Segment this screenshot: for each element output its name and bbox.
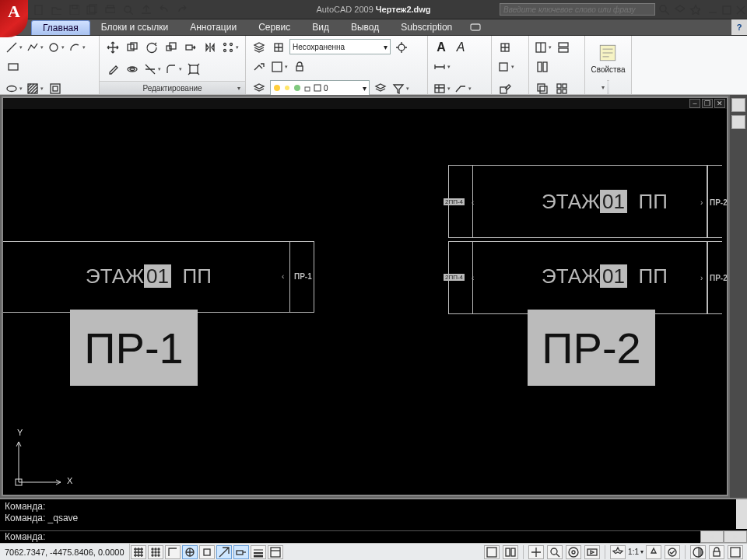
doc-close-button[interactable]: ✕ <box>714 99 725 108</box>
tab-extender-icon[interactable] <box>463 19 488 35</box>
cleanscreen-icon[interactable] <box>728 545 743 559</box>
toolbar-lock-icon[interactable] <box>709 545 724 559</box>
pan-icon[interactable] <box>528 545 544 559</box>
showmotion-icon[interactable] <box>584 545 600 559</box>
close-button[interactable] <box>733 2 747 16</box>
coordinate-readout[interactable]: 7062.7347, -4475.8406, 0.0000 <box>0 544 130 560</box>
otrack-toggle[interactable] <box>216 545 232 559</box>
svg-rect-6 <box>107 5 114 8</box>
tab-tools[interactable]: Сервис <box>247 19 301 35</box>
lwt-toggle[interactable] <box>251 545 266 559</box>
layer-freeze-icon[interactable] <box>393 39 410 56</box>
qat-new-icon[interactable] <box>31 2 45 16</box>
qat-redo-icon[interactable] <box>174 2 188 16</box>
arc-icon[interactable] <box>68 39 86 56</box>
cmd-scroll-right[interactable]: ► <box>724 530 747 543</box>
qat-saveall-icon[interactable] <box>85 2 99 16</box>
command-scrollbar[interactable] <box>736 499 747 529</box>
dyn-toggle[interactable] <box>233 545 249 559</box>
palette-tool-icon[interactable] <box>731 115 745 129</box>
layer-state-icon[interactable] <box>251 39 268 56</box>
text-icon[interactable]: A <box>452 39 469 56</box>
qat-preview-icon[interactable] <box>121 2 135 16</box>
layer-lock-icon[interactable] <box>291 58 308 75</box>
tab-output[interactable]: Вывод <box>340 19 390 35</box>
annoscale-icon[interactable] <box>610 545 626 559</box>
explode-icon[interactable] <box>185 61 202 78</box>
qat-publish-icon[interactable] <box>139 2 153 16</box>
doc-minimize-button[interactable]: – <box>689 99 700 108</box>
tile-h-icon[interactable] <box>555 39 572 56</box>
layer-state-combo[interactable]: Несохраненна▾ <box>289 39 391 54</box>
annovis-icon[interactable] <box>646 545 661 559</box>
panel-properties-expand[interactable] <box>607 80 609 94</box>
layer-iso-icon[interactable] <box>270 39 287 56</box>
polyline-icon[interactable] <box>26 39 44 56</box>
tab-annotate[interactable]: Аннотации <box>179 19 247 35</box>
rotate-icon[interactable] <box>143 39 160 56</box>
fillet-icon[interactable] <box>164 61 183 78</box>
workspace-switch-icon[interactable] <box>690 545 706 559</box>
tab-home[interactable]: Главная <box>31 20 90 35</box>
steering-wheel-icon[interactable] <box>566 545 581 559</box>
mtext-icon[interactable]: A <box>433 39 450 56</box>
svg-rect-67 <box>271 548 280 557</box>
grid-toggle[interactable] <box>148 545 163 559</box>
ortho-toggle[interactable] <box>165 545 181 559</box>
mirror-icon[interactable] <box>202 39 219 56</box>
rectangle-icon[interactable] <box>5 58 22 75</box>
svg-rect-69 <box>506 548 510 556</box>
dimension-icon[interactable] <box>433 58 451 75</box>
panel-modify-label[interactable]: Редактирование <box>100 81 245 94</box>
model-canvas[interactable]: ЭТАЖ01 ПП ‹ ПР-1 ПР-1 2ПП-4 ‹ ЭТАЖ01 ПП … <box>3 109 727 495</box>
favorites-icon[interactable] <box>688 2 702 16</box>
layer-tools-icon[interactable] <box>270 58 289 75</box>
circle-icon[interactable] <box>47 39 65 56</box>
viewport-icon[interactable] <box>534 39 552 56</box>
zoom-icon[interactable] <box>547 545 563 559</box>
osnap-toggle[interactable] <box>199 545 215 559</box>
offset-icon[interactable] <box>124 61 141 78</box>
erase-icon[interactable] <box>104 61 121 78</box>
tile-v-icon[interactable] <box>534 58 551 75</box>
maximize-button[interactable] <box>719 2 733 16</box>
qat-plot-icon[interactable] <box>103 2 117 16</box>
tab-view[interactable]: Вид <box>301 19 340 35</box>
cmd-scroll-left[interactable]: ◄ <box>700 530 724 543</box>
annotation-scale[interactable]: 1:1 <box>628 548 639 556</box>
snap-toggle[interactable] <box>131 545 146 559</box>
properties-icon[interactable] <box>597 42 619 64</box>
copy-icon[interactable] <box>124 39 141 56</box>
search-input[interactable] <box>500 3 655 16</box>
trim-icon[interactable] <box>143 61 162 78</box>
svg-rect-1 <box>70 5 79 15</box>
move-icon[interactable] <box>104 39 121 56</box>
layout-quickview-icon[interactable] <box>503 545 518 559</box>
svg-rect-9 <box>723 6 731 14</box>
tab-subscription[interactable]: Subscription <box>390 19 463 35</box>
qat-undo-icon[interactable] <box>156 2 170 16</box>
annoauto-icon[interactable] <box>665 545 680 559</box>
block-insert-icon[interactable] <box>496 39 514 56</box>
layer-match-icon[interactable] <box>251 58 268 75</box>
block-create-icon[interactable] <box>496 58 515 75</box>
minimize-button[interactable] <box>705 2 719 16</box>
tab-blocks[interactable]: Блоки и ссылки <box>90 19 179 35</box>
help-button[interactable]: ? <box>731 19 747 35</box>
model-button[interactable] <box>484 545 500 559</box>
qat-save-icon[interactable] <box>67 2 81 16</box>
array-icon[interactable] <box>221 39 240 56</box>
stretch-icon[interactable] <box>182 39 199 56</box>
palette-sheet-icon[interactable] <box>731 98 745 112</box>
infocenter-icon[interactable] <box>672 2 686 16</box>
layer-current-combo[interactable]: 0▾ <box>270 80 370 96</box>
search-go-icon[interactable] <box>657 2 671 16</box>
doc-restore-button[interactable]: ❐ <box>702 99 713 108</box>
polar-toggle[interactable] <box>182 545 198 559</box>
scale-icon[interactable] <box>163 39 180 56</box>
qat-open-icon[interactable] <box>49 2 63 16</box>
qp-toggle[interactable] <box>268 545 283 559</box>
line-icon[interactable] <box>5 39 23 56</box>
command-input[interactable]: Команда: <box>0 530 747 543</box>
quick-access-toolbar <box>31 2 188 16</box>
